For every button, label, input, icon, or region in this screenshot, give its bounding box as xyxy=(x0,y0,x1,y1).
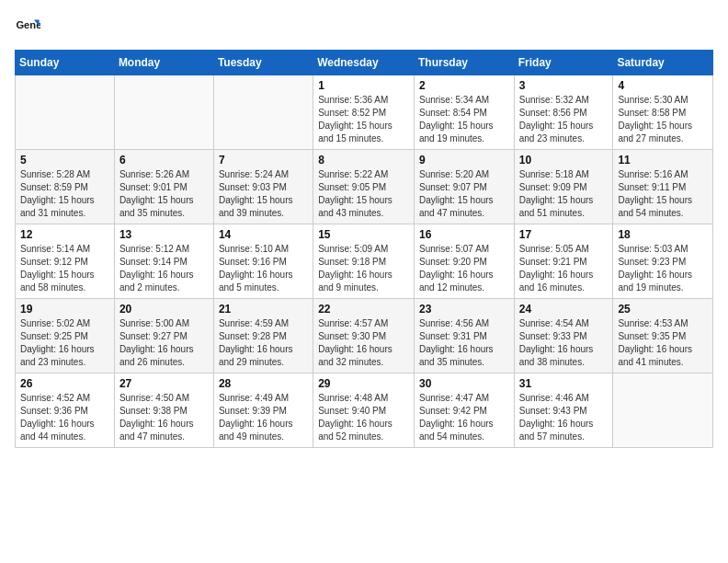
cell-info: Sunrise: 4:50 AMSunset: 9:38 PMDaylight:… xyxy=(119,392,209,443)
cell-day-number: 15 xyxy=(318,228,409,241)
cell-day-number: 10 xyxy=(519,154,609,167)
calendar-cell: 19Sunrise: 5:02 AMSunset: 9:25 PMDayligh… xyxy=(16,299,115,373)
cell-info: Sunrise: 4:57 AMSunset: 9:30 PMDaylight:… xyxy=(318,317,409,369)
cell-info: Sunrise: 5:07 AMSunset: 9:20 PMDaylight:… xyxy=(419,243,509,294)
day-header-saturday: Saturday xyxy=(613,51,713,75)
calendar-cell: 6Sunrise: 5:26 AMSunset: 9:01 PMDaylight… xyxy=(114,150,213,224)
calendar-cell: 3Sunrise: 5:32 AMSunset: 8:56 PMDaylight… xyxy=(514,75,613,150)
logo-icon: General xyxy=(15,15,40,40)
cell-day-number: 4 xyxy=(618,79,708,92)
calendar-cell: 27Sunrise: 4:50 AMSunset: 9:38 PMDayligh… xyxy=(114,373,213,448)
calendar-cell: 28Sunrise: 4:49 AMSunset: 9:39 PMDayligh… xyxy=(213,373,313,448)
cell-day-number: 24 xyxy=(519,303,609,316)
cell-info: Sunrise: 5:36 AMSunset: 8:52 PMDaylight:… xyxy=(318,94,409,145)
cell-info: Sunrise: 4:59 AMSunset: 9:28 PMDaylight:… xyxy=(219,317,308,369)
cell-day-number: 6 xyxy=(119,154,209,167)
cell-day-number: 25 xyxy=(618,303,708,316)
calendar-cell: 23Sunrise: 4:56 AMSunset: 9:31 PMDayligh… xyxy=(414,299,514,373)
cell-day-number: 31 xyxy=(519,377,609,390)
cell-info: Sunrise: 5:30 AMSunset: 8:58 PMDaylight:… xyxy=(618,94,708,145)
calendar-week-row: 19Sunrise: 5:02 AMSunset: 9:25 PMDayligh… xyxy=(16,299,713,373)
calendar-cell: 21Sunrise: 4:59 AMSunset: 9:28 PMDayligh… xyxy=(213,299,313,373)
day-header-sunday: Sunday xyxy=(16,51,115,75)
cell-info: Sunrise: 4:53 AMSunset: 9:35 PMDaylight:… xyxy=(618,317,708,369)
calendar-cell: 22Sunrise: 4:57 AMSunset: 9:30 PMDayligh… xyxy=(313,299,415,373)
cell-info: Sunrise: 4:48 AMSunset: 9:40 PMDaylight:… xyxy=(318,392,409,443)
calendar-cell: 10Sunrise: 5:18 AMSunset: 9:09 PMDayligh… xyxy=(514,150,613,224)
cell-day-number: 27 xyxy=(119,377,209,390)
calendar-cell xyxy=(16,75,115,150)
cell-day-number: 14 xyxy=(219,228,308,241)
cell-day-number: 21 xyxy=(219,303,308,316)
cell-info: Sunrise: 4:52 AMSunset: 9:36 PMDaylight:… xyxy=(20,392,109,443)
day-header-tuesday: Tuesday xyxy=(213,51,313,75)
calendar-cell: 30Sunrise: 4:47 AMSunset: 9:42 PMDayligh… xyxy=(414,373,514,448)
calendar-header-row: SundayMondayTuesdayWednesdayThursdayFrid… xyxy=(16,51,713,75)
cell-day-number: 19 xyxy=(20,303,109,316)
calendar-cell: 4Sunrise: 5:30 AMSunset: 8:58 PMDaylight… xyxy=(613,75,713,150)
cell-day-number: 8 xyxy=(318,154,409,167)
day-header-friday: Friday xyxy=(514,51,613,75)
cell-day-number: 23 xyxy=(419,303,509,316)
cell-info: Sunrise: 5:20 AMSunset: 9:07 PMDaylight:… xyxy=(419,168,509,220)
cell-info: Sunrise: 5:18 AMSunset: 9:09 PMDaylight:… xyxy=(519,168,609,220)
calendar-cell: 17Sunrise: 5:05 AMSunset: 9:21 PMDayligh… xyxy=(514,224,613,299)
cell-info: Sunrise: 4:46 AMSunset: 9:43 PMDaylight:… xyxy=(519,392,609,443)
cell-info: Sunrise: 5:28 AMSunset: 8:59 PMDaylight:… xyxy=(20,168,109,220)
calendar-cell: 18Sunrise: 5:03 AMSunset: 9:23 PMDayligh… xyxy=(613,224,713,299)
cell-info: Sunrise: 5:32 AMSunset: 8:56 PMDaylight:… xyxy=(519,94,609,145)
cell-day-number: 26 xyxy=(20,377,109,390)
day-header-wednesday: Wednesday xyxy=(313,51,415,75)
calendar-cell xyxy=(213,75,313,150)
cell-day-number: 12 xyxy=(20,228,109,241)
cell-info: Sunrise: 4:56 AMSunset: 9:31 PMDaylight:… xyxy=(419,317,509,369)
calendar-cell: 7Sunrise: 5:24 AMSunset: 9:03 PMDaylight… xyxy=(213,150,313,224)
page-header: General xyxy=(15,15,713,40)
calendar-week-row: 5Sunrise: 5:28 AMSunset: 8:59 PMDaylight… xyxy=(16,150,713,224)
cell-day-number: 18 xyxy=(618,228,708,241)
cell-day-number: 28 xyxy=(219,377,308,390)
cell-info: Sunrise: 5:10 AMSunset: 9:16 PMDaylight:… xyxy=(219,243,308,294)
cell-info: Sunrise: 5:14 AMSunset: 9:12 PMDaylight:… xyxy=(20,243,109,294)
calendar-cell xyxy=(613,373,713,448)
calendar-week-row: 1Sunrise: 5:36 AMSunset: 8:52 PMDaylight… xyxy=(16,75,713,150)
calendar-cell: 8Sunrise: 5:22 AMSunset: 9:05 PMDaylight… xyxy=(313,150,415,224)
cell-info: Sunrise: 5:12 AMSunset: 9:14 PMDaylight:… xyxy=(119,243,209,294)
calendar-cell: 24Sunrise: 4:54 AMSunset: 9:33 PMDayligh… xyxy=(514,299,613,373)
cell-info: Sunrise: 5:22 AMSunset: 9:05 PMDaylight:… xyxy=(318,168,409,220)
calendar-cell: 26Sunrise: 4:52 AMSunset: 9:36 PMDayligh… xyxy=(16,373,115,448)
day-header-thursday: Thursday xyxy=(414,51,514,75)
calendar-week-row: 12Sunrise: 5:14 AMSunset: 9:12 PMDayligh… xyxy=(16,224,713,299)
calendar-cell xyxy=(114,75,213,150)
calendar-cell: 15Sunrise: 5:09 AMSunset: 9:18 PMDayligh… xyxy=(313,224,415,299)
cell-day-number: 20 xyxy=(119,303,209,316)
cell-day-number: 11 xyxy=(618,154,708,167)
calendar-cell: 11Sunrise: 5:16 AMSunset: 9:11 PMDayligh… xyxy=(613,150,713,224)
calendar-cell: 31Sunrise: 4:46 AMSunset: 9:43 PMDayligh… xyxy=(514,373,613,448)
cell-info: Sunrise: 5:00 AMSunset: 9:27 PMDaylight:… xyxy=(119,317,209,369)
calendar-cell: 14Sunrise: 5:10 AMSunset: 9:16 PMDayligh… xyxy=(213,224,313,299)
cell-day-number: 7 xyxy=(219,154,308,167)
cell-info: Sunrise: 5:16 AMSunset: 9:11 PMDaylight:… xyxy=(618,168,708,220)
cell-info: Sunrise: 5:34 AMSunset: 8:54 PMDaylight:… xyxy=(419,94,509,145)
cell-day-number: 16 xyxy=(419,228,509,241)
calendar-cell: 2Sunrise: 5:34 AMSunset: 8:54 PMDaylight… xyxy=(414,75,514,150)
cell-info: Sunrise: 5:02 AMSunset: 9:25 PMDaylight:… xyxy=(20,317,109,369)
calendar-cell: 29Sunrise: 4:48 AMSunset: 9:40 PMDayligh… xyxy=(313,373,415,448)
calendar-cell: 5Sunrise: 5:28 AMSunset: 8:59 PMDaylight… xyxy=(16,150,115,224)
cell-info: Sunrise: 5:05 AMSunset: 9:21 PMDaylight:… xyxy=(519,243,609,294)
cell-day-number: 5 xyxy=(20,154,109,167)
cell-info: Sunrise: 5:03 AMSunset: 9:23 PMDaylight:… xyxy=(618,243,708,294)
cell-day-number: 3 xyxy=(519,79,609,92)
calendar-cell: 25Sunrise: 4:53 AMSunset: 9:35 PMDayligh… xyxy=(613,299,713,373)
cell-day-number: 30 xyxy=(419,377,509,390)
cell-info: Sunrise: 5:26 AMSunset: 9:01 PMDaylight:… xyxy=(119,168,209,220)
calendar-cell: 9Sunrise: 5:20 AMSunset: 9:07 PMDaylight… xyxy=(414,150,514,224)
cell-day-number: 13 xyxy=(119,228,209,241)
calendar-cell: 1Sunrise: 5:36 AMSunset: 8:52 PMDaylight… xyxy=(313,75,415,150)
cell-day-number: 17 xyxy=(519,228,609,241)
cell-day-number: 2 xyxy=(419,79,509,92)
day-header-monday: Monday xyxy=(114,51,213,75)
cell-day-number: 9 xyxy=(419,154,509,167)
cell-info: Sunrise: 4:47 AMSunset: 9:42 PMDaylight:… xyxy=(419,392,509,443)
